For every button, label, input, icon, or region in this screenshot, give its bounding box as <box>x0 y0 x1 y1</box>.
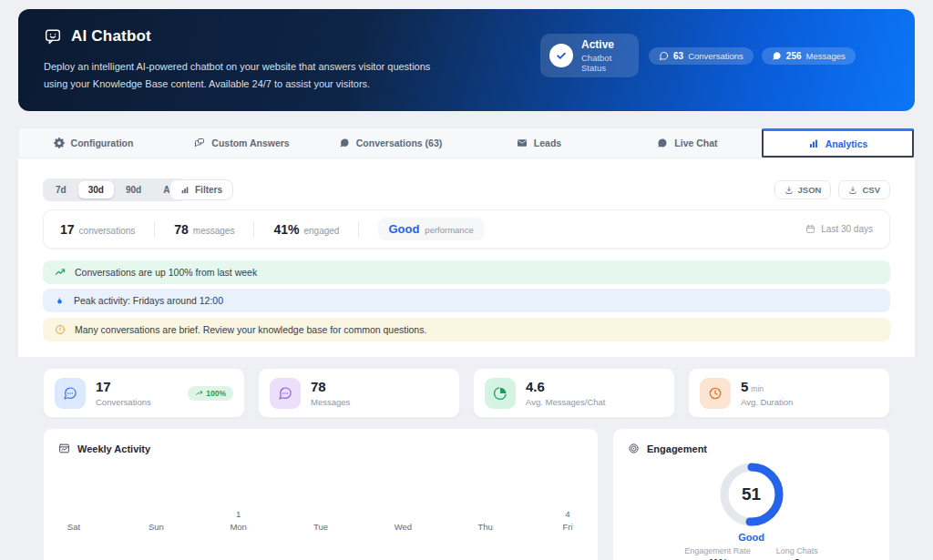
chat-duplicate-icon <box>194 137 205 148</box>
filters-icon <box>180 186 190 195</box>
date-range-segmented-control: 7d 30d 90d All <box>43 178 188 201</box>
tab-label: Leads <box>534 137 561 148</box>
engagement-rating: Good <box>613 532 889 543</box>
bar-column: Sun <box>140 509 171 532</box>
period-label: Last 30 days <box>805 224 873 234</box>
stat-label: Conversations <box>96 397 151 407</box>
filters-label: Filters <box>195 185 222 195</box>
bar-value-label <box>470 509 501 522</box>
export-json-button[interactable]: JSON <box>774 180 832 199</box>
summary-conversations: 17conversations <box>60 222 135 237</box>
weekly-activity-card: Weekly Activity Sat Sun 1Mon Tue Wed Thu… <box>43 428 599 560</box>
bar-day-label: Mon <box>223 522 254 532</box>
page-description: Deploy an intelligent AI-powered chatbot… <box>44 58 430 93</box>
bar-value-label: 1 <box>223 509 254 522</box>
insight-peak-activity: Peak activity: Fridays around 12:00 <box>43 289 890 312</box>
chat-bubble-icon <box>55 378 86 409</box>
weekly-activity-axis: Sat Sun 1Mon Tue Wed Thu 4Fri <box>58 509 583 532</box>
stat-label: Avg. Duration <box>741 397 793 407</box>
clock-icon <box>700 378 731 409</box>
bar-column: 4Fri <box>552 509 583 532</box>
bar-value-label <box>58 509 89 522</box>
chat-bubble-icon <box>270 378 301 409</box>
export-json-label: JSON <box>798 185 822 195</box>
alert-circle-icon <box>55 324 66 335</box>
bar-column: Sat <box>58 509 89 532</box>
bar-column: Thu <box>470 509 501 532</box>
chart-title: Weekly Activity <box>77 443 150 454</box>
tab-bar: Configuration Custom Answers Conversatio… <box>18 127 915 158</box>
download-icon <box>784 186 794 195</box>
bar-chart-icon <box>808 138 819 149</box>
insight-text: Conversations are up 100% from last week <box>75 267 257 278</box>
bar-column: Tue <box>305 509 336 532</box>
page-title: AI Chatbot <box>71 27 151 46</box>
bar-value-label <box>305 509 336 522</box>
target-icon <box>628 443 640 454</box>
tab-configuration[interactable]: Configuration <box>19 128 168 158</box>
tab-custom-answers[interactable]: Custom Answers <box>168 128 316 158</box>
trend-arrow-icon <box>195 389 203 397</box>
stat-label: Avg. Messages/Chat <box>526 397 605 407</box>
hero-banner: AI Chatbot Deploy an intelligent AI-powe… <box>18 9 915 111</box>
trending-up-icon <box>55 267 66 278</box>
window-chart-icon <box>58 443 70 454</box>
chat-bubble-icon <box>339 137 350 148</box>
engagement-donut: 51 <box>717 460 786 529</box>
chart-title: Engagement <box>647 443 707 454</box>
conversations-count-badge: 63Conversations <box>649 47 754 65</box>
ai-chatbot-analytics-page: { "colors": { "accent_blue": "#2368f0", … <box>0 0 933 560</box>
chatbot-status-card: Active Chatbot Status <box>540 34 639 77</box>
stat-value: 78 <box>311 379 350 394</box>
insight-text: Many conversations are brief. Review you… <box>75 324 426 335</box>
gear-icon <box>54 137 65 148</box>
range-30d-button[interactable]: 30d <box>78 181 114 199</box>
insight-text: Peak activity: Fridays around 12:00 <box>74 295 223 306</box>
tab-label: Analytics <box>825 138 868 149</box>
stat-value: 4.6 <box>526 379 605 394</box>
stat-card-conversations: 17 Conversations 100% <box>43 368 245 418</box>
range-90d-button[interactable]: 90d <box>116 181 151 199</box>
status-value: Active <box>581 38 630 51</box>
calendar-icon <box>805 224 815 234</box>
stat-label: Messages <box>311 397 350 407</box>
long-chats-metric: Long Chats 2 <box>776 546 818 560</box>
export-csv-button[interactable]: CSV <box>838 180 890 199</box>
download-icon <box>848 186 857 195</box>
filters-button[interactable]: Filters <box>169 179 233 200</box>
tab-analytics[interactable]: Analytics <box>762 128 914 158</box>
chat-filled-icon <box>657 137 668 148</box>
stat-card-messages: 78 Messages <box>258 368 460 418</box>
growth-badge: 100% <box>188 386 233 401</box>
summary-messages: 78messages <box>174 222 234 237</box>
range-7d-button[interactable]: 7d <box>46 181 77 199</box>
tab-conversations[interactable]: Conversations (63) <box>316 128 465 158</box>
tab-leads[interactable]: Leads <box>465 128 613 158</box>
bar-day-label: Sun <box>140 522 171 532</box>
chatbot-logo-icon <box>44 27 62 46</box>
summary-engaged: 41%engaged <box>273 222 339 237</box>
stat-card-avg-messages: 4.6 Avg. Messages/Chat <box>473 368 675 418</box>
messages-count-badge: 256Messages <box>762 47 856 65</box>
bar-day-label: Wed <box>387 522 418 532</box>
insight-brief-conversations: Many conversations are brief. Review you… <box>43 318 890 341</box>
flame-icon <box>55 295 65 306</box>
engagement-card: Engagement 51 Good Engagement Rate 41% L… <box>612 428 890 560</box>
bar-value-label <box>140 509 171 522</box>
tab-label: Custom Answers <box>211 137 289 148</box>
tab-label: Configuration <box>71 137 134 148</box>
bar-day-label: Thu <box>470 522 501 532</box>
insight-conversations-up: Conversations are up 100% from last week <box>43 260 890 284</box>
tab-live-chat[interactable]: Live Chat <box>613 128 762 158</box>
bar-value-label <box>387 509 418 522</box>
bar-day-label: Tue <box>305 522 336 532</box>
messages-icon <box>772 51 782 61</box>
check-icon <box>549 44 573 67</box>
pie-chart-icon <box>485 378 516 409</box>
summary-stats-bar: 17conversations 78messages 41%engaged Go… <box>43 209 890 249</box>
stat-card-avg-duration: 5min Avg. Duration <box>688 368 890 418</box>
stat-value: 5min <box>741 379 793 394</box>
stat-value: 17 <box>96 379 151 394</box>
engagement-score: 51 <box>717 460 786 529</box>
bar-day-label: Sat <box>58 522 89 532</box>
